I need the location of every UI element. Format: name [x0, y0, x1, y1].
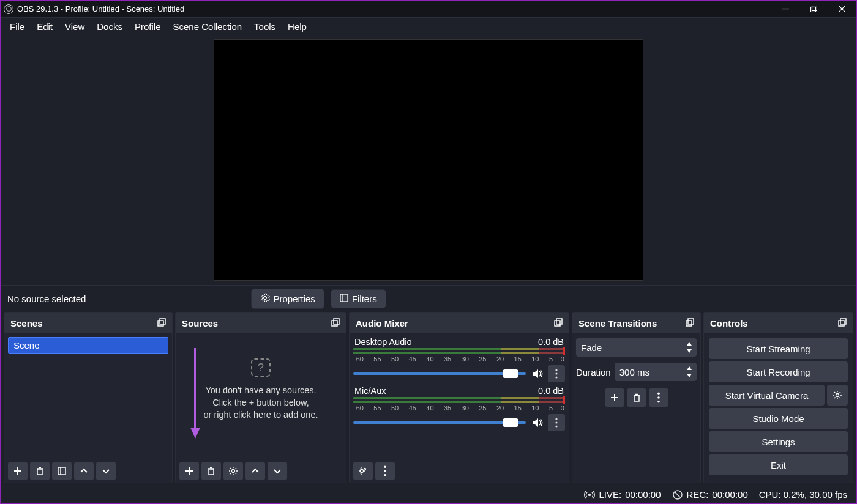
- properties-button[interactable]: Properties: [251, 289, 324, 309]
- dock-controls-title: Controls: [710, 318, 748, 328]
- menu-tools[interactable]: Tools: [248, 19, 282, 34]
- empty-line-2: Click the + button below,: [212, 398, 309, 407]
- start-recording-button[interactable]: Start Recording: [709, 361, 848, 382]
- remove-scene-button[interactable]: [30, 462, 50, 480]
- transition-select[interactable]: Fade: [576, 338, 697, 357]
- channel-menu-button[interactable]: [548, 414, 565, 431]
- spinner-icon: [684, 365, 694, 379]
- duration-spinner[interactable]: 300 ms: [615, 363, 697, 381]
- status-bar: LIVE: 00:00:00 REC: 00:00:00 CPU: 0.2%, …: [1, 486, 856, 503]
- menu-file[interactable]: File: [4, 19, 31, 34]
- dock-scenes-header: Scenes: [4, 313, 172, 333]
- svg-point-29: [555, 372, 557, 374]
- menu-bar: File Edit View Docks Profile Scene Colle…: [1, 18, 856, 35]
- dock-transitions: Scene Transitions Fade Duration 300 ms: [572, 312, 701, 483]
- status-rec: REC: 00:00:00: [672, 489, 748, 500]
- source-move-up-button[interactable]: [245, 462, 265, 480]
- dock-sources-title: Sources: [182, 318, 218, 328]
- svg-marker-42: [687, 349, 692, 353]
- rec-time: 00:00:00: [712, 489, 747, 500]
- preview-area[interactable]: [1, 35, 856, 285]
- scene-filter-button[interactable]: [52, 462, 72, 480]
- mute-button[interactable]: [531, 417, 543, 429]
- filters-icon: [340, 294, 348, 304]
- volume-slider[interactable]: [353, 421, 526, 424]
- dock-controls: Controls Start Streaming Start Recording…: [703, 312, 853, 483]
- scenes-list[interactable]: Scene: [4, 333, 172, 459]
- svg-point-50: [657, 392, 660, 395]
- status-live: LIVE: 00:00:00: [584, 489, 661, 500]
- menu-profile[interactable]: Profile: [129, 19, 167, 34]
- filters-button[interactable]: Filters: [331, 289, 386, 308]
- channel-db: 0.0 dB: [538, 337, 564, 347]
- mixer-menu-button[interactable]: [375, 462, 395, 480]
- dock-mixer-title: Audio Mixer: [356, 318, 408, 328]
- live-time: 00:00:00: [625, 489, 661, 500]
- svg-rect-16: [332, 321, 337, 326]
- remove-source-button[interactable]: [201, 462, 221, 480]
- audio-meter: [353, 397, 565, 399]
- channel-menu-button[interactable]: [548, 365, 565, 382]
- svg-point-36: [384, 465, 386, 468]
- svg-rect-5: [340, 294, 348, 302]
- close-button[interactable]: [828, 1, 856, 17]
- start-virtual-camera-button[interactable]: Start Virtual Camera: [709, 385, 825, 406]
- dock-popout-icon[interactable]: [554, 318, 563, 328]
- controls-body: Start Streaming Start Recording Start Vi…: [704, 333, 853, 483]
- svg-rect-54: [840, 319, 846, 324]
- audio-meter: [353, 348, 565, 350]
- exit-button[interactable]: Exit: [709, 454, 848, 475]
- dock-popout-icon[interactable]: [838, 318, 847, 328]
- dock-popout-icon[interactable]: [331, 318, 340, 328]
- minimize-button[interactable]: [771, 1, 799, 17]
- source-properties-button[interactable]: [223, 462, 243, 480]
- dock-scenes-title: Scenes: [10, 318, 43, 328]
- start-streaming-button[interactable]: Start Streaming: [709, 338, 848, 359]
- channel-name: Desktop Audio: [354, 337, 412, 347]
- hint-arrow-icon: [190, 348, 200, 439]
- studio-mode-button[interactable]: Studio Mode: [709, 408, 848, 429]
- svg-rect-26: [555, 321, 560, 326]
- transition-menu-button[interactable]: [649, 388, 668, 407]
- sources-empty-state: ? You don't have any sources. Click the …: [181, 343, 341, 459]
- scene-item[interactable]: Scene: [8, 337, 168, 354]
- add-transition-button[interactable]: [605, 388, 624, 407]
- menu-help[interactable]: Help: [282, 19, 313, 34]
- source-move-down-button[interactable]: [268, 462, 287, 480]
- properties-label: Properties: [274, 294, 315, 304]
- svg-rect-2: [812, 6, 817, 11]
- menu-docks[interactable]: Docks: [91, 19, 129, 34]
- dock-mixer-header: Audio Mixer: [350, 313, 569, 333]
- scene-move-down-button[interactable]: [96, 462, 116, 480]
- add-source-button[interactable]: [179, 462, 199, 480]
- svg-point-34: [361, 470, 364, 473]
- dock-popout-icon[interactable]: [686, 318, 694, 328]
- mixer-advanced-button[interactable]: [353, 462, 373, 480]
- svg-point-52: [657, 401, 660, 403]
- empty-line-1: You don't have any sources.: [205, 385, 316, 395]
- audio-meter: [353, 401, 565, 403]
- virtual-camera-settings-button[interactable]: [827, 385, 848, 406]
- dock-transitions-header: Scene Transitions: [572, 313, 700, 333]
- menu-scene-collection[interactable]: Scene Collection: [167, 19, 249, 34]
- preview-canvas[interactable]: [214, 39, 643, 281]
- sources-list[interactable]: ? You don't have any sources. Click the …: [176, 333, 346, 459]
- duration-value: 300 ms: [619, 367, 649, 377]
- menu-edit[interactable]: Edit: [31, 19, 59, 34]
- menu-view[interactable]: View: [59, 19, 91, 34]
- maximize-button[interactable]: [799, 1, 828, 17]
- svg-rect-39: [686, 321, 692, 326]
- scene-move-up-button[interactable]: [74, 462, 94, 480]
- dock-popout-icon[interactable]: [157, 318, 166, 328]
- add-scene-button[interactable]: [8, 462, 28, 480]
- mute-button[interactable]: [531, 368, 543, 380]
- volume-slider[interactable]: [353, 372, 526, 375]
- gear-icon: [260, 293, 270, 305]
- transition-current: Fade: [581, 343, 602, 353]
- svg-line-58: [675, 492, 681, 498]
- meter-ticks: -60-55-50-45-40-35-30-25-20-15-10-50: [353, 355, 565, 363]
- settings-button[interactable]: Settings: [709, 431, 848, 452]
- remove-transition-button[interactable]: [627, 388, 646, 407]
- window-title: OBS 29.1.3 - Profile: Untitled - Scenes:…: [17, 4, 771, 13]
- channel-name: Mic/Aux: [354, 386, 386, 396]
